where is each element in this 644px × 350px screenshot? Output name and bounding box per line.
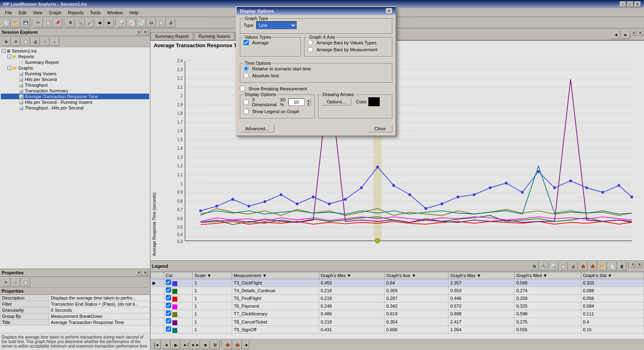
- display-options-section: Display Options 3 Dimensional 3D % ▲ ▼: [240, 94, 315, 118]
- 3d-spin-down[interactable]: ▼: [306, 102, 311, 106]
- graph-type-section-title: Graph Type: [244, 16, 269, 21]
- x-axis-radio1-row: Arrange Bars by Values Types: [308, 40, 389, 45]
- 3d-row: 3 Dimensional 3D % ▲ ▼: [244, 97, 311, 107]
- type-label: Type:: [244, 23, 255, 28]
- graph-x-axis-title: Graph X Axis: [308, 35, 336, 39]
- x-axis-label1: Arrange Bars by Values Types: [316, 40, 376, 45]
- time-options-section: Time Options Relative to scenario start …: [240, 63, 392, 83]
- dialog-title-text: Display Options: [240, 9, 274, 13]
- dialog-close-button[interactable]: ✕: [386, 8, 392, 14]
- time-radio1-row: Relative to scenario start time: [244, 66, 389, 71]
- arrows-options-button[interactable]: Options...: [322, 98, 351, 105]
- show-legend-label: Show Legend on Graph: [252, 109, 299, 114]
- time-label1: Relative to scenario start time: [252, 66, 311, 71]
- show-legend-row: Show Legend on Graph: [244, 109, 311, 114]
- advanced-button[interactable]: Advanced...: [240, 125, 274, 132]
- show-breaking-checkbox[interactable]: [240, 86, 245, 91]
- 3d-spin-up[interactable]: ▲: [306, 98, 311, 102]
- graph-x-axis-section: Graph X Axis Arrange Bars by Values Type…: [304, 37, 392, 57]
- show-legend-checkbox[interactable]: [244, 109, 249, 114]
- display-options-title: Display Options: [244, 92, 277, 97]
- graph-type-row: Type: Line Bar Area: [244, 21, 389, 29]
- x-axis-radio2-row: Arrange Bars by Measurement: [308, 47, 389, 52]
- x-axis-radio1[interactable]: [308, 40, 313, 45]
- 3d-value-input[interactable]: [288, 98, 305, 106]
- 3d-checkbox[interactable]: [244, 100, 249, 105]
- 3d-label: 3 Dimensional: [252, 97, 277, 107]
- arrows-options-row: Options... Color: [322, 97, 389, 106]
- 3d-pct-label: 3D %: [280, 97, 287, 107]
- time-radio2-row: Absolute time: [244, 73, 389, 78]
- values-types-section: Values Types Average: [240, 37, 301, 57]
- dialog-close-btn[interactable]: Close: [368, 125, 392, 132]
- dialog-content: Graph Type Type: Line Bar Area Values Ty…: [237, 15, 396, 136]
- average-row: Average: [244, 40, 297, 45]
- dialog-overlay: Display Options ✕ Graph Type Type: Line …: [0, 0, 644, 350]
- color-swatch[interactable]: [368, 97, 380, 106]
- color-label: Color: [356, 99, 367, 104]
- x-axis-label2: Arrange Bars by Measurement: [316, 47, 377, 52]
- dialog-buttons: Advanced... Close: [240, 125, 392, 132]
- graph-type-section: Graph Type Type: Line Bar Area: [240, 18, 392, 34]
- time-label2: Absolute time: [252, 73, 279, 78]
- graph-type-select[interactable]: Line Bar Area: [256, 21, 297, 29]
- time-radio2[interactable]: [244, 73, 249, 78]
- dialog-title-bar: Display Options ✕: [237, 7, 396, 15]
- x-axis-radio2[interactable]: [308, 47, 313, 52]
- time-radio1[interactable]: [244, 66, 249, 71]
- time-options-title: Time Options: [244, 61, 272, 66]
- values-types-title: Values Types: [244, 35, 272, 39]
- drawing-arrows-section: Drawing Arrows Options... Color: [318, 94, 393, 118]
- average-checkbox[interactable]: [244, 40, 249, 45]
- 3d-spinner: ▲ ▼: [306, 98, 311, 106]
- show-breaking-label: Show Breaking Measurement: [248, 86, 307, 91]
- average-label: Average: [252, 40, 269, 45]
- show-breaking-row: Show Breaking Measurement: [240, 86, 392, 91]
- drawing-arrows-title: Drawing Arrows: [322, 92, 355, 97]
- display-options-dialog: Display Options ✕ Graph Type Type: Line …: [236, 6, 396, 136]
